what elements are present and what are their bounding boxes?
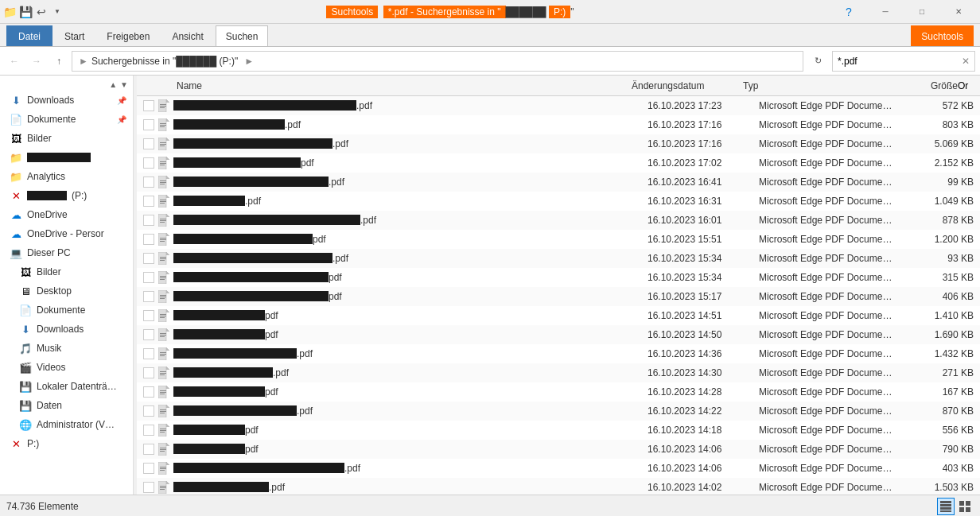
table-row[interactable]: pdf16.10.2023 17:02Microsoft Edge PDF Do… <box>137 153 980 173</box>
sidebar-item-bilder-pc[interactable]: 🖼 Bilder <box>0 262 133 281</box>
table-row[interactable]: pdf16.10.2023 14:51Microsoft Edge PDF Do… <box>137 306 980 325</box>
col-name-header[interactable]: Name <box>173 80 632 91</box>
sidebar-item-musik[interactable]: 🎵 Musik <box>0 339 133 358</box>
sidebar-item-dokumente-pc[interactable]: 📄 Dokumente <box>0 301 133 320</box>
table-row[interactable]: .pdf16.10.2023 14:30Microsoft Edge PDF D… <box>137 363 980 382</box>
detail-view-button[interactable] <box>937 498 955 515</box>
tab-start[interactable]: Start <box>54 25 95 46</box>
minimize-button[interactable]: ─ <box>867 0 904 24</box>
file-checkbox[interactable] <box>143 272 154 283</box>
table-row[interactable]: .pdf16.10.2023 14:36Microsoft Edge PDF D… <box>137 344 980 363</box>
table-row[interactable]: pdf16.10.2023 14:06Microsoft Edge PDF Do… <box>137 440 980 459</box>
file-checkbox[interactable] <box>143 386 154 398</box>
table-row[interactable]: pdf16.10.2023 14:18Microsoft Edge PDF Do… <box>137 421 980 440</box>
file-checkbox[interactable] <box>143 215 154 226</box>
sidebar-item-analytics[interactable]: 📁 Analytics <box>0 167 133 186</box>
table-row[interactable]: .pdf16.10.2023 14:22Microsoft Edge PDF D… <box>137 402 980 421</box>
file-name-cell: .pdf <box>173 119 648 130</box>
file-date: 16.10.2023 17:16 <box>648 138 759 149</box>
suchtools-badge: Suchtools <box>326 6 378 18</box>
file-checkbox[interactable] <box>143 138 154 149</box>
file-checkbox[interactable] <box>143 234 154 245</box>
sidebar-item-lokaler[interactable]: 💾 Lokaler Datenträ… <box>0 377 133 396</box>
save-icon[interactable]: 💾 <box>19 6 32 18</box>
sidebar-item-downloads-pc[interactable]: ⬇ Downloads <box>0 320 133 339</box>
file-checkbox[interactable] <box>143 253 154 264</box>
tab-suchtools[interactable]: Suchtools <box>911 25 974 46</box>
file-extension: pdf <box>245 425 259 436</box>
file-checkbox[interactable] <box>143 196 154 207</box>
table-row[interactable]: pdf16.10.2023 14:28Microsoft Edge PDF Do… <box>137 382 980 402</box>
table-row[interactable]: .pdf16.10.2023 16:01Microsoft Edge PDF D… <box>137 211 980 230</box>
pin-icon: 📌 <box>117 115 126 124</box>
file-checkbox[interactable] <box>143 119 154 130</box>
large-icon-view-button[interactable] <box>956 498 974 515</box>
file-checkbox[interactable] <box>143 367 154 378</box>
tab-suchen[interactable]: Suchen <box>216 25 269 46</box>
col-date-header[interactable]: Änderungsdatum <box>632 80 743 91</box>
sidebar-item-daten[interactable]: 💾 Daten <box>0 396 133 415</box>
file-checkbox[interactable] <box>143 310 154 321</box>
sidebar-item-videos[interactable]: 🎬 Videos <box>0 358 133 377</box>
close-button[interactable]: ✕ <box>940 0 977 24</box>
undo-icon[interactable]: ↩ <box>35 6 48 18</box>
sidebar-item-dieser-pc[interactable]: 💻 Dieser PC <box>0 243 133 262</box>
address-path[interactable]: ► Suchergebnisse in "██████ (P:)" ► <box>72 51 803 72</box>
file-checkbox[interactable] <box>143 100 154 111</box>
back-button[interactable]: ← <box>5 52 24 71</box>
file-checkbox[interactable] <box>143 463 154 474</box>
table-row[interactable]: .pdf16.10.2023 14:02Microsoft Edge PDF D… <box>137 478 980 495</box>
sidebar-item-administrator[interactable]: 🌐 Administrator (V… <box>0 415 133 434</box>
file-checkbox[interactable] <box>143 157 154 169</box>
new-folder-icon[interactable]: 📁 <box>3 6 16 18</box>
file-checkbox[interactable] <box>143 329 154 340</box>
search-box[interactable]: ✕ <box>832 51 975 72</box>
table-row[interactable]: .pdf16.10.2023 17:23Microsoft Edge PDF D… <box>137 96 980 115</box>
sidebar-item-drive-bottom[interactable]: ✕ P:) <box>0 434 133 453</box>
sidebar-item-onedrive[interactable]: ☁ OneDrive <box>0 205 133 224</box>
table-row[interactable]: .pdf16.10.2023 14:06Microsoft Edge PDF D… <box>137 459 980 478</box>
forward-button[interactable]: → <box>27 52 46 71</box>
dropdown-icon[interactable]: ▼ <box>51 6 64 18</box>
tab-datei[interactable]: Datei <box>6 25 52 46</box>
table-row[interactable]: pdf16.10.2023 15:51Microsoft Edge PDF Do… <box>137 230 980 249</box>
help-button[interactable]: ? <box>830 0 867 24</box>
file-checkbox[interactable] <box>143 425 154 436</box>
table-row[interactable]: .pdf16.10.2023 15:34Microsoft Edge PDF D… <box>137 249 980 268</box>
col-size-header[interactable]: Größe <box>894 80 958 91</box>
file-checkbox[interactable] <box>143 482 154 493</box>
table-row[interactable]: pdf16.10.2023 14:50Microsoft Edge PDF Do… <box>137 325 980 344</box>
sidebar-item-onedrive-pers[interactable]: ☁ OneDrive - Persor <box>0 224 133 243</box>
search-clear-icon[interactable]: ✕ <box>962 56 970 67</box>
table-row[interactable]: .pdf16.10.2023 17:16Microsoft Edge PDF D… <box>137 134 980 153</box>
sidebar-item-desktop[interactable]: 🖥 Desktop <box>0 281 133 301</box>
search-input[interactable] <box>838 56 959 67</box>
file-type: Microsoft Edge PDF Docume… <box>759 234 910 245</box>
table-row[interactable]: .pdf16.10.2023 16:41Microsoft Edge PDF D… <box>137 173 980 192</box>
sidebar-item-folder-redact[interactable]: 📁 <box>0 148 133 167</box>
table-row[interactable]: pdf16.10.2023 15:17Microsoft Edge PDF Do… <box>137 287 980 306</box>
sidebar-item-drive-redact[interactable]: ✕ (P:) <box>0 186 133 205</box>
file-checkbox[interactable] <box>143 405 154 417</box>
file-checkbox[interactable] <box>143 444 154 455</box>
file-checkbox[interactable] <box>143 348 154 359</box>
refresh-button[interactable]: ↻ <box>808 52 827 71</box>
file-type: Microsoft Edge PDF Docume… <box>759 157 910 169</box>
sidebar-item-bilder-quick[interactable]: 🖼 Bilder <box>0 129 133 148</box>
svg-rect-69 <box>160 314 166 315</box>
col-type-header[interactable]: Typ <box>743 80 894 91</box>
scroll-down-icon[interactable]: ▼ <box>119 80 130 90</box>
scroll-up-icon[interactable]: ▲ <box>107 80 119 90</box>
tab-ansicht[interactable]: Ansicht <box>161 25 213 46</box>
svg-rect-131 <box>966 501 970 506</box>
tab-freigeben[interactable]: Freigeben <box>96 25 160 46</box>
up-button[interactable]: ↑ <box>49 52 68 71</box>
sidebar-item-downloads-quick[interactable]: ⬇ Downloads 📌 <box>0 91 133 110</box>
file-checkbox[interactable] <box>143 177 154 188</box>
table-row[interactable]: pdf16.10.2023 15:34Microsoft Edge PDF Do… <box>137 268 980 287</box>
table-row[interactable]: .pdf16.10.2023 17:16Microsoft Edge PDF D… <box>137 115 980 134</box>
sidebar-item-dokumente-quick[interactable]: 📄 Dokumente 📌 <box>0 110 133 129</box>
file-checkbox[interactable] <box>143 291 154 302</box>
table-row[interactable]: .pdf16.10.2023 16:31Microsoft Edge PDF D… <box>137 192 980 211</box>
maximize-button[interactable]: □ <box>904 0 940 24</box>
